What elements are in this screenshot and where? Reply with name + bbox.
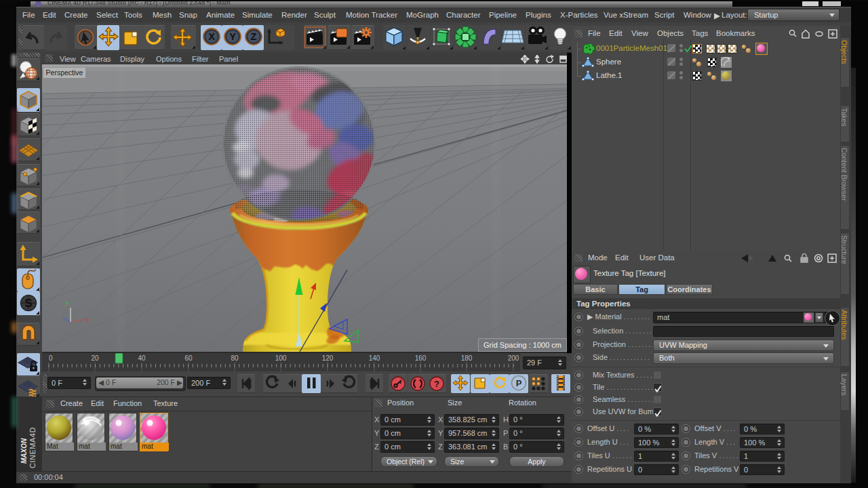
svg-text:80: 80 [231, 354, 239, 362]
svg-text:0: 0 [49, 354, 53, 362]
svg-text:Z: Z [251, 31, 257, 42]
svg-text:160: 160 [415, 354, 427, 362]
svg-text:120: 120 [322, 354, 334, 362]
svg-text:P: P [516, 378, 522, 388]
svg-text:?: ? [434, 379, 439, 389]
svg-text:100: 100 [275, 354, 287, 362]
svg-text:X: X [85, 317, 90, 323]
svg-text:60: 60 [184, 354, 193, 362]
svg-text:20: 20 [91, 354, 99, 362]
svg-text:180: 180 [461, 354, 473, 362]
svg-text:200: 200 [508, 354, 519, 362]
svg-text:Y: Y [229, 31, 236, 42]
svg-text:40: 40 [138, 354, 146, 362]
svg-text:S: S [24, 297, 32, 309]
svg-text:X: X [208, 31, 215, 42]
svg-text:140: 140 [369, 354, 380, 362]
svg-text:Y: Y [65, 300, 69, 307]
